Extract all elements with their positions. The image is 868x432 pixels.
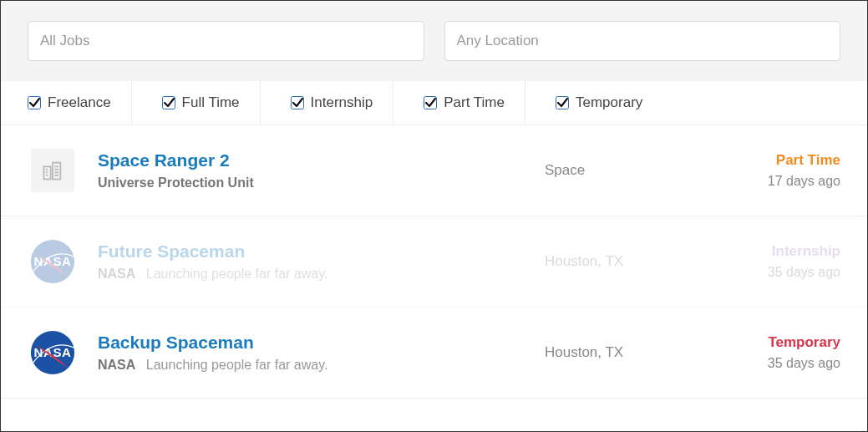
building-icon (31, 149, 74, 192)
job-subline: NASA Launching people far far away. (98, 267, 525, 282)
company-logo: NASA (28, 328, 78, 378)
filter-label: Part Time (444, 94, 505, 111)
job-search-input[interactable] (28, 21, 424, 61)
filter-label: Temporary (576, 94, 642, 111)
job-company: Universe Protection Unit (98, 175, 254, 190)
job-main: Space Ranger 2 Universe Protection Unit (98, 150, 525, 191)
filter-temporary[interactable]: Temporary (556, 81, 662, 125)
location-search-input[interactable] (444, 21, 841, 61)
job-location: Houston, TX (545, 253, 712, 270)
job-list: Space Ranger 2 Universe Protection Unit … (1, 125, 867, 399)
job-row[interactable]: NASA Backup Spaceman NASA Launching peop… (1, 307, 867, 399)
checkbox-icon (556, 96, 569, 109)
filter-freelance[interactable]: Freelance (28, 81, 132, 125)
job-subline: NASA Launching people far far away. (98, 358, 525, 373)
job-tagline: Launching people far far away. (146, 358, 328, 372)
job-location: Houston, TX (545, 344, 712, 361)
job-location: Space (545, 162, 712, 179)
filter-label: Internship (311, 94, 373, 111)
job-title[interactable]: Space Ranger 2 (98, 150, 525, 170)
filter-label: Full Time (182, 94, 240, 111)
filter-fulltime[interactable]: Full Time (162, 81, 261, 125)
checkbox-icon (28, 96, 41, 109)
job-company: NASA (98, 358, 135, 372)
job-meta: Internship 35 days ago (732, 243, 840, 280)
job-age: 35 days ago (732, 265, 840, 280)
job-type-badge: Temporary (732, 334, 840, 351)
company-logo: NASA (28, 236, 78, 287)
job-meta: Temporary 35 days ago (732, 334, 840, 371)
job-row[interactable]: Space Ranger 2 Universe Protection Unit … (1, 125, 867, 216)
job-subline: Universe Protection Unit (98, 175, 525, 191)
job-meta: Part Time 17 days ago (732, 152, 840, 189)
filter-label: Freelance (48, 94, 111, 111)
job-type-badge: Internship (732, 243, 840, 260)
job-type-badge: Part Time (732, 152, 840, 169)
checkbox-icon (162, 96, 175, 109)
checkbox-icon (424, 96, 437, 109)
search-bar (1, 1, 867, 81)
job-age: 17 days ago (732, 174, 840, 189)
filter-parttime[interactable]: Part Time (424, 81, 525, 125)
job-main: Backup Spaceman NASA Launching people fa… (98, 333, 525, 373)
job-title[interactable]: Backup Spaceman (98, 333, 525, 353)
job-main: Future Spaceman NASA Launching people fa… (98, 241, 525, 282)
filter-bar: Freelance Full Time Internship Part Time… (1, 81, 867, 125)
job-age: 35 days ago (732, 356, 840, 371)
company-logo (28, 145, 78, 196)
svg-rect-6 (53, 163, 60, 180)
job-company: NASA (98, 267, 135, 281)
checkbox-icon (291, 96, 304, 109)
job-tagline: Launching people far far away. (146, 267, 328, 281)
nasa-logo-icon: NASA (28, 237, 77, 286)
job-row[interactable]: NASA Future Spaceman NASA Launching peop… (1, 216, 867, 307)
filter-internship[interactable]: Internship (291, 81, 394, 125)
nasa-logo-icon: NASA (28, 328, 77, 377)
job-title[interactable]: Future Spaceman (98, 241, 525, 262)
